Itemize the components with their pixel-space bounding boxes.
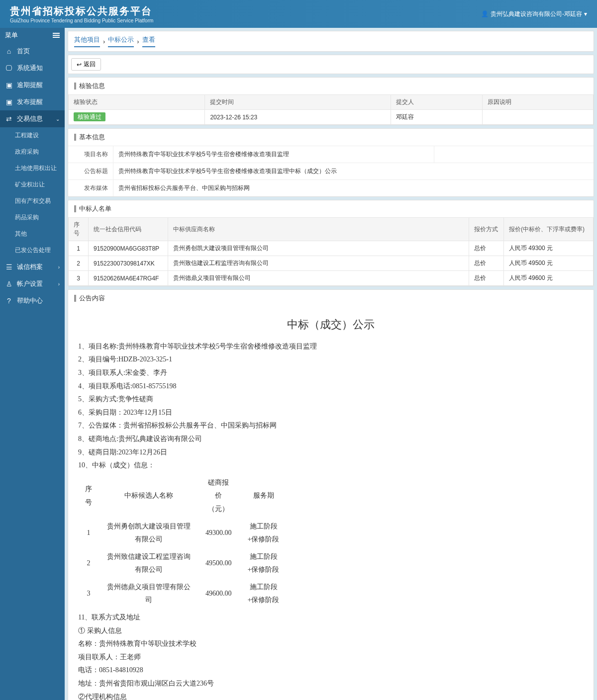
td: 2 — [78, 548, 99, 579]
back-button[interactable]: ↩ 返回 — [71, 58, 101, 71]
sidebar-item-label: 帐户设置 — [17, 279, 43, 288]
exchange-icon: ⇄ — [5, 115, 13, 123]
th: 磋商报价（元） — [199, 474, 239, 518]
sub-item[interactable]: 已发公告处理 — [0, 242, 65, 259]
table-row: 3 91520626MA6E47RG4F 贵州德鼎义项目管理有限公司 总价 人民… — [69, 271, 594, 286]
breadcrumb-item[interactable]: 中标公示 — [108, 35, 134, 47]
status-badge: 核验通过 — [74, 112, 105, 121]
notice-line: 11、联系方式及地址 — [78, 611, 584, 624]
td: 2 — [69, 256, 89, 271]
td: 总价 — [469, 271, 504, 286]
th: 核验状态 — [69, 95, 205, 110]
panel-title: 核验信息 — [68, 78, 594, 94]
th: 提交时间 — [205, 95, 391, 110]
app-subtitle: GuiZhou Province Tendering and Bidding P… — [10, 18, 153, 23]
notice-line: 10、中标（成交）信息： — [78, 459, 584, 472]
info-label: 发布媒体 — [68, 180, 113, 196]
user-menu[interactable]: 👤 贵州弘典建设咨询有限公司-邓廷容 ▾ — [481, 10, 587, 18]
th: 序号 — [78, 474, 99, 518]
table-row: 1 91520900MA6GG83T8P 贵州勇创凯大建设项目管理有限公司 总价… — [69, 241, 594, 256]
reason-cell — [483, 110, 594, 125]
td: 贵州勇创凯大建设项目管理有限公司 — [99, 518, 199, 548]
bell-icon: ▣ — [5, 98, 13, 106]
chevron-down-icon: ⌄ — [56, 116, 60, 122]
sub-item[interactable]: 国有产权交易 — [0, 193, 65, 209]
td: 1 — [78, 518, 99, 548]
verify-panel: 核验信息 核验状态 提交时间 提交人 原因说明 核验通过 2023-12-26 … — [68, 77, 594, 125]
notice-line: 6、采购日期：2023年12月15日 — [78, 406, 584, 420]
breadcrumb-sep: › — [137, 38, 139, 45]
breadcrumb-item[interactable]: 其他项目 — [74, 35, 100, 47]
sidebar-item-account[interactable]: ♙ 帐户设置 › — [0, 275, 65, 292]
sidebar-item-publish[interactable]: ▣ 发布提醒 — [0, 93, 65, 110]
td: 贵州致信建设工程监理咨询有限公司 — [99, 548, 199, 579]
panel-title: 公告内容 — [68, 290, 594, 307]
sidebar-item-label: 矿业权出让 — [15, 180, 45, 189]
table-row: 2 9152230073098147XK 贵州致信建设工程监理咨询有限公司 总价… — [69, 256, 594, 271]
sidebar-item-notice[interactable]: 🖵 系统通知 — [0, 60, 65, 77]
sidebar-item-label: 其他 — [15, 230, 27, 238]
menu-header: 菜单 — [0, 28, 65, 43]
info-value: 贵州特殊教育中等职业技术学校5号学生宿舍楼维修改造项目监理 — [113, 146, 434, 163]
sidebar-item-overdue[interactable]: ▣ 逾期提醒 — [0, 77, 65, 93]
notice-line: 3、项目联系人:宋金委、李丹 — [78, 366, 584, 380]
user-icon: ♙ — [5, 280, 13, 288]
sidebar-item-label: 交易信息 — [17, 114, 43, 123]
sidebar: 菜单 ⌂ 首页 🖵 系统通知 ▣ 逾期提醒 ▣ 发布提醒 ⇄ 交易信息 ⌄ 工程… — [0, 28, 65, 700]
sidebar-item-help[interactable]: ? 帮助中心 — [0, 292, 65, 309]
td: 3 — [69, 271, 89, 286]
sidebar-item-label: 已发公告处理 — [15, 246, 51, 255]
td: 91520626MA6E47RG4F — [89, 271, 168, 286]
info-row: 公告标题 贵州特殊教育中等职业技术学校5号学生宿舍楼维修改造项目监理中标（成交）… — [68, 163, 594, 179]
notice-line: 电话：0851-84810928 — [78, 664, 584, 677]
app-header: 贵州省招标投标公共服务平台 GuiZhou Province Tendering… — [0, 0, 597, 28]
breadcrumb-item[interactable]: 查看 — [142, 35, 155, 47]
back-label: 返回 — [84, 60, 96, 69]
sidebar-item-label: 工程建设 — [15, 131, 39, 140]
sidebar-item-credit[interactable]: ☰ 诚信档案 › — [0, 259, 65, 275]
menu-label: 菜单 — [5, 31, 18, 40]
td: 总价 — [469, 256, 504, 271]
breadcrumb-sep: › — [103, 38, 105, 45]
td: 49300.00 — [199, 518, 239, 548]
sub-item[interactable]: 其他 — [0, 226, 65, 242]
notice-line: 1、项目名称:贵州特殊教育中等职业技术学校5号学生宿舍楼维修改造项目监理 — [78, 340, 584, 353]
verify-table: 核验状态 提交时间 提交人 原因说明 核验通过 2023-12-26 15:23… — [68, 94, 594, 125]
submenu-trade: 工程建设 政府采购 土地使用权出让 矿业权出让 国有产权交易 药品采购 其他 已… — [0, 127, 65, 259]
td: 施工阶段+保修阶段 — [239, 548, 289, 579]
sidebar-item-label: 帮助中心 — [17, 296, 43, 305]
th: 报价方式 — [469, 218, 504, 241]
candidates-table: 序号 中标候选人名称 磋商报价（元） 服务期 1贵州勇创凯大建设项目管理有限公司… — [78, 474, 289, 609]
panel-title: 基本信息 — [68, 129, 594, 146]
info-label: 项目名称 — [68, 146, 113, 163]
info-row: 发布媒体 贵州省招标投标公共服务平台、中国采购与招标网 — [68, 179, 594, 196]
sub-item[interactable]: 政府采购 — [0, 144, 65, 160]
notice-line: ① 采购人信息 — [78, 624, 584, 638]
basic-panel: 基本信息 项目名称 贵州特殊教育中等职业技术学校5号学生宿舍楼维修改造项目监理 … — [68, 128, 594, 197]
table-header-row: 核验状态 提交时间 提交人 原因说明 — [69, 95, 594, 110]
sub-item[interactable]: 药品采购 — [0, 209, 65, 226]
monitor-icon: 🖵 — [5, 64, 13, 72]
sidebar-item-home[interactable]: ⌂ 首页 — [0, 43, 65, 60]
th: 原因说明 — [483, 95, 594, 110]
notice-lines-bottom: 11、联系方式及地址① 采购人信息名称：贵州特殊教育中等职业技术学校项目联系人：… — [78, 611, 584, 700]
menu-toggle-icon[interactable] — [53, 32, 60, 39]
sub-item[interactable]: 工程建设 — [0, 127, 65, 144]
sub-item[interactable]: 矿业权出让 — [0, 176, 65, 193]
notice-lines-top: 1、项目名称:贵州特殊教育中等职业技术学校5号学生宿舍楼维修改造项目监理2、项目… — [78, 340, 584, 472]
table-header-row: 序号 中标候选人名称 磋商报价（元） 服务期 — [78, 474, 289, 518]
sidebar-item-trade[interactable]: ⇄ 交易信息 ⌄ — [0, 110, 65, 127]
notice-line: 2、项目编号:HDZB-2023-325-1 — [78, 353, 584, 366]
sidebar-item-label: 系统通知 — [17, 64, 43, 73]
notice-line: 名称：贵州特殊教育中等职业技术学校 — [78, 637, 584, 651]
sub-item[interactable]: 土地使用权出让 — [0, 160, 65, 176]
th: 中标供应商名称 — [168, 218, 469, 241]
td: 91520900MA6GG83T8P — [89, 241, 168, 256]
notice-line: 5、采购方式:竞争性磋商 — [78, 393, 584, 406]
chevron-right-icon: › — [58, 281, 60, 287]
table-row: 2贵州致信建设工程监理咨询有限公司49500.00施工阶段+保修阶段 — [78, 548, 289, 579]
td: 49600.00 — [199, 579, 239, 609]
sidebar-item-label: 首页 — [17, 47, 30, 56]
chevron-right-icon: › — [58, 264, 60, 270]
th: 服务期 — [239, 474, 289, 518]
